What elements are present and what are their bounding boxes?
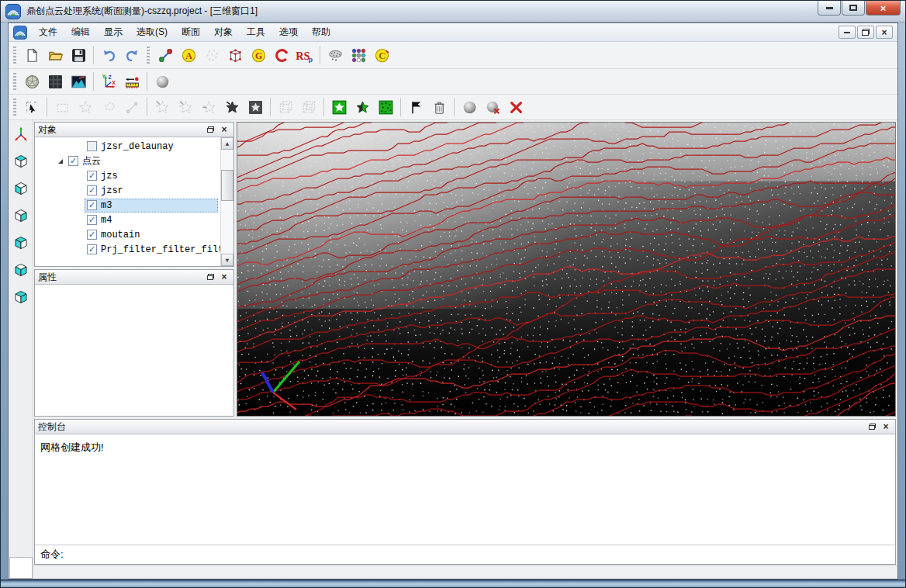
scroll-track[interactable] <box>221 150 233 254</box>
select-all-button[interactable] <box>244 96 267 118</box>
crop-selection-button[interactable] <box>351 96 374 118</box>
tree-row-m4[interactable]: ✓m4 <box>35 213 220 227</box>
menu-item-object[interactable]: 对象 <box>207 23 240 41</box>
maximize-button[interactable] <box>842 1 865 16</box>
menu-item-file[interactable]: 文件 <box>32 23 64 41</box>
viewport-canvas[interactable] <box>237 123 895 416</box>
visibility-checkbox-点云[interactable]: ✓ <box>68 156 78 166</box>
view-top-button[interactable] <box>12 154 30 172</box>
remove-points-button[interactable] <box>481 96 504 118</box>
objects-close-button[interactable]: × <box>218 124 230 136</box>
visibility-checkbox-moutain[interactable]: ✓ <box>87 230 97 240</box>
undo-button[interactable] <box>97 44 120 66</box>
view-back-button[interactable] <box>12 235 30 254</box>
menu-item-help[interactable]: 帮助 <box>305 23 337 41</box>
tree-scrollbar[interactable]: ▲ ▼ <box>220 137 233 266</box>
menu-item-edit[interactable]: 编辑 <box>64 23 97 41</box>
menu-item-section[interactable]: 断面 <box>175 23 207 41</box>
save-button[interactable] <box>67 44 90 66</box>
tree-row-点云[interactable]: ✓点云 <box>35 154 220 168</box>
tree-row-m3[interactable]: ✓m3 <box>35 198 220 213</box>
properties-close-button[interactable]: × <box>218 272 230 283</box>
open-button[interactable] <box>43 44 67 66</box>
console-close-button[interactable]: × <box>880 421 892 433</box>
menu-item-select[interactable]: 选取(S) <box>130 23 175 41</box>
visibility-checkbox-jzsr[interactable]: ✓ <box>87 185 97 195</box>
view-dock-strip <box>9 120 33 579</box>
view-left-button[interactable] <box>12 262 30 281</box>
visibility-checkbox-m3[interactable]: ✓ <box>87 200 97 210</box>
visibility-checkbox-jzsr_delaunay[interactable] <box>87 141 97 151</box>
tree-row-moutain[interactable]: ✓moutain <box>35 227 220 242</box>
tree-row-Prj_filter_filter_filter_f[interactable]: ✓Prj_filter_filter_filter_f <box>35 242 220 257</box>
shading-button[interactable] <box>150 71 174 92</box>
scroll-down-button[interactable]: ▼ <box>221 254 233 266</box>
visibility-checkbox-Prj_filter_filter_filter_f[interactable]: ✓ <box>87 244 97 254</box>
expander-icon[interactable] <box>58 159 63 164</box>
properties-panel-header: 属性 × <box>35 270 233 285</box>
annotation-button[interactable]: A <box>177 44 200 66</box>
keep-selection-button[interactable] <box>327 96 351 118</box>
scroll-thumb[interactable] <box>221 170 233 201</box>
tree-label: m3 <box>101 200 112 211</box>
mdi-minimize-button[interactable] <box>839 26 856 39</box>
menu-item-display[interactable]: 显示 <box>97 23 130 41</box>
view-front-button[interactable] <box>12 208 30 227</box>
hide-points-button[interactable] <box>458 96 481 118</box>
mdi-close-button[interactable]: × <box>876 26 893 39</box>
scroll-up-button[interactable]: ▲ <box>221 137 233 150</box>
toolbar-grip[interactable] <box>147 47 150 64</box>
texture-crop-button[interactable] <box>374 96 397 118</box>
minimize-button[interactable] <box>818 1 841 16</box>
command-input[interactable] <box>67 549 890 561</box>
objects-panel: 对象 × jzsr_delaunay✓点云✓jzs✓jzsr✓m3✓m4✓mou… <box>34 122 234 267</box>
classify-button[interactable]: C <box>370 44 393 66</box>
toolbar-separator <box>323 98 324 116</box>
axes-button[interactable]: ZYX <box>97 71 120 92</box>
new-file-button[interactable] <box>20 44 43 66</box>
tree-row-box: jzsr_delaunay <box>85 140 218 154</box>
resample-button[interactable]: RSp <box>293 44 316 66</box>
classify-points-button[interactable] <box>347 44 370 66</box>
mdi-restore-button[interactable] <box>857 26 874 39</box>
toolbar-grip[interactable] <box>13 73 16 90</box>
document-logo-icon[interactable] <box>13 26 27 40</box>
geoid-button[interactable]: G <box>247 44 270 66</box>
scanner-button[interactable] <box>323 44 347 66</box>
select-button[interactable] <box>20 96 43 118</box>
terrain-view-button[interactable] <box>67 71 90 92</box>
sphere-delete-icon <box>486 100 500 115</box>
properties-float-button[interactable] <box>204 272 216 283</box>
grid-view-button[interactable] <box>43 71 67 92</box>
menu-item-options[interactable]: 选项 <box>272 23 305 41</box>
circle-fit-button[interactable] <box>270 44 293 66</box>
tree-row-jzs[interactable]: ✓jzs <box>35 168 220 183</box>
cancel-button[interactable] <box>504 96 527 118</box>
command-prompt-label: 命令: <box>40 548 64 562</box>
invert-selection-button[interactable] <box>220 96 244 118</box>
redo-button[interactable] <box>120 44 144 66</box>
left-column: 对象 × jzsr_delaunay✓点云✓jzs✓jzsr✓m3✓m4✓mou… <box>34 122 234 417</box>
delaunay-mesh-button[interactable] <box>223 44 247 66</box>
objects-panel-header: 对象 × <box>35 123 233 137</box>
measure-button[interactable] <box>120 71 144 92</box>
red-x-icon <box>509 100 524 115</box>
tree-row-jzsr_delaunay[interactable]: jzsr_delaunay <box>35 139 220 154</box>
axis-view-button[interactable] <box>12 126 30 145</box>
close-button[interactable]: × <box>866 1 901 16</box>
view-right-button[interactable] <box>12 289 30 308</box>
visibility-checkbox-m4[interactable]: ✓ <box>87 215 97 225</box>
objects-float-button[interactable] <box>204 124 216 136</box>
menu-item-tools[interactable]: 工具 <box>240 23 272 41</box>
close-icon: × <box>221 272 226 282</box>
tree-row-jzsr[interactable]: ✓jzsr <box>35 183 220 198</box>
visibility-checkbox-jzs[interactable]: ✓ <box>87 171 97 181</box>
toolbar-grip[interactable] <box>13 99 16 116</box>
delete-selection-button[interactable] <box>427 96 451 118</box>
console-float-button[interactable] <box>866 421 878 433</box>
view-bottom-button[interactable] <box>12 181 30 199</box>
render-mesh-button[interactable] <box>20 71 43 92</box>
toolbar-grip[interactable] <box>13 47 16 64</box>
flag-button[interactable] <box>404 96 427 118</box>
registration-button[interactable] <box>154 44 177 66</box>
